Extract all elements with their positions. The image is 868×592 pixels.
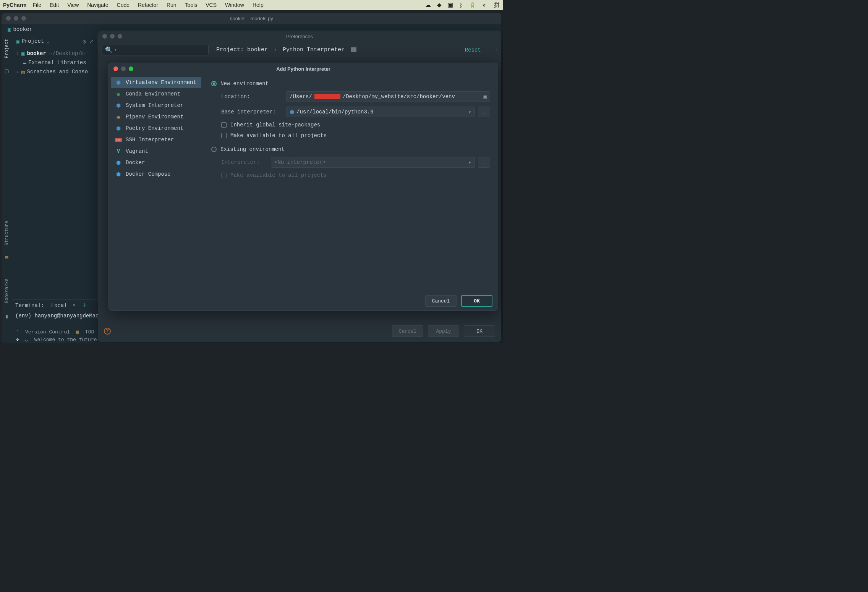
close-icon[interactable]: × [73,302,76,309]
location-field[interactable]: /Users//Desktop/my_website/src/booker/ve… [286,91,490,102]
radio-icon[interactable] [211,81,217,86]
menu-refactor[interactable]: Refactor [138,2,158,8]
sidebar-item-docker-compose[interactable]: ⬢ Docker Compose [111,168,201,180]
todo-icon: ▤ [76,329,79,335]
breadcrumb-project[interactable]: booker [247,47,268,53]
breadcrumb-root[interactable]: booker [13,26,32,32]
menu-window[interactable]: Window [225,2,244,8]
project-tree[interactable]: › ▣ booker ~/Desktop/m ▬ External Librar… [12,47,97,340]
menu-tools[interactable]: Tools [185,2,198,8]
window-traffic-lights[interactable] [6,16,26,21]
minimize-icon[interactable] [110,34,115,39]
window-titlebar: booker – models.py [2,13,501,24]
zoom-icon[interactable] [21,16,26,21]
app-icon[interactable]: ◆ [437,2,442,8]
tool-project[interactable]: Project [4,39,10,58]
sidebar-item-pipenv[interactable]: ▣ Pipenv Environment [111,111,201,123]
status-todo[interactable]: TOD [85,329,94,335]
checkbox-icon[interactable] [221,122,227,128]
existing-interp-field: <No interpreter> ▾ [271,157,475,168]
python-icon: ⬢ [115,102,122,109]
sidebar-item-ssh[interactable]: SSH SSH Interpreter [111,134,201,146]
zoom-icon[interactable] [129,66,133,71]
browse-button[interactable]: … [478,107,490,117]
interp-titlebar: Add Python Interpreter [109,63,498,74]
menu-view[interactable]: View [67,2,79,8]
sidebar-item-docker[interactable]: ⬢ Docker [111,157,201,168]
chevron-down-icon[interactable]: ⌄ [46,38,49,45]
pref-apply-button[interactable]: Apply [428,325,459,337]
reset-button[interactable]: Reset [465,47,481,53]
pref-cancel-button[interactable]: Cancel [392,325,423,337]
tool-bookmarks[interactable]: Bookmarks [4,278,10,303]
wechat-icon[interactable]: ☁ [425,2,431,8]
menu-help[interactable]: Help [253,2,264,8]
sidebar-item-poetry[interactable]: ⬢ Poetry Environment [111,123,201,134]
base-interp-field[interactable]: ⬢ /usr/local/bin/python3.9 ▾ [286,107,475,117]
minimize-icon[interactable] [14,16,18,21]
sidebar-item-vagrant[interactable]: V Vagrant [111,146,201,157]
python-icon: ⬢ [115,79,122,86]
layers-icon[interactable]: ❖ [16,336,19,343]
minimize-icon[interactable] [121,66,126,71]
sidebar-item-virtualenv[interactable]: ⬢ Virtualenv Environment [111,77,201,88]
browse-button: … [478,157,490,168]
display-icon[interactable]: ▣ [448,2,453,8]
existing-interp-value: <No interpreter> [274,159,326,165]
terminal-tab-local[interactable]: Local × [48,302,79,309]
tree-scratches[interactable]: › ▤ Scratches and Conso [12,67,97,76]
browse-folder-icon[interactable]: ▣ [484,94,487,100]
close-icon[interactable] [102,34,107,39]
battery-icon[interactable]: 🔋 [469,2,476,8]
back-icon[interactable]: ← [486,47,490,53]
status-version-control[interactable]: Version Control [25,329,70,335]
forward-icon[interactable]: → [494,47,497,53]
chevron-down-icon[interactable]: ▾ [468,109,471,115]
expand-icon[interactable]: ⤢ [89,38,94,45]
menu-navigate[interactable]: Navigate [87,2,108,8]
bluetooth-icon[interactable]: ᛒ [459,2,463,8]
menu-vcs[interactable]: VCS [206,2,217,8]
preferences-top: 🔍 ▾ Project: booker › Python Interpreter… [98,42,501,58]
python-icon: ⬢ [290,109,294,115]
wifi-icon[interactable]: ᯤ [482,2,488,8]
zoom-icon[interactable] [118,34,122,39]
interp-ok-button[interactable]: OK [461,295,492,307]
radio-icon[interactable] [211,147,217,152]
target-icon[interactable]: ◎ [83,38,86,45]
checkbox-icon [221,173,227,178]
menu-file[interactable]: File [32,2,41,8]
menu-code[interactable]: Code [117,2,130,8]
terminal-label: Terminal: [15,302,44,309]
pref-ok-button[interactable]: OK [464,325,495,337]
radio-existing-env[interactable]: Existing environment [211,144,490,155]
tool-structure[interactable]: Structure [4,221,10,246]
close-icon[interactable] [6,16,11,21]
input-method-icon[interactable]: 拼 [494,2,500,9]
folder-icon: ▣ [115,114,122,120]
menu-edit[interactable]: Edit [50,2,59,8]
interp-cancel-button[interactable]: Cancel [425,295,457,307]
tree-ext-lib[interactable]: ▬ External Libraries [12,58,97,67]
tree-root[interactable]: › ▣ booker ~/Desktop/m [12,49,97,58]
sidebar-item-system[interactable]: ⬢ System Interpreter [111,100,201,111]
bookmark-icon: ▮ [5,312,9,320]
left-tool-stripe: Project ▢ Structure ≡ Bookmarks ▮ [2,35,12,343]
close-icon[interactable] [113,66,118,71]
location-value-prefix: /Users/ [290,94,312,100]
branch-icon[interactable]: ᚶ [16,329,19,335]
preferences-search[interactable]: 🔍 ▾ [102,45,209,55]
existing-interp-label: Interpreter: [221,159,271,165]
chevron-down-icon: ▾ [468,159,471,166]
laptop-icon[interactable]: ▢ [5,67,9,75]
make-avail2-checkbox-row: Make available to all projects [221,170,490,181]
menu-run[interactable]: Run [167,2,177,8]
help-icon[interactable]: ? [104,328,111,335]
new-terminal-button[interactable]: + [83,302,87,309]
checkbox-icon[interactable] [221,133,227,138]
make-avail-checkbox-row[interactable]: Make available to all projects [221,130,490,141]
sidebar-item-conda[interactable]: ◉ Conda Environment [111,88,201,100]
interp-title: Add Python Interpreter [276,66,330,72]
inherit-checkbox-row[interactable]: Inherit global site-packages [221,120,490,130]
radio-new-env[interactable]: New environment [211,78,490,89]
